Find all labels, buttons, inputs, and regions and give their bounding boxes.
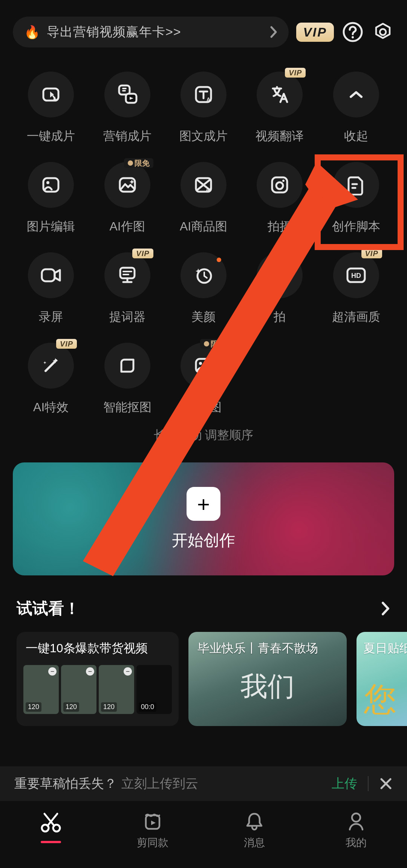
tool-text-video[interactable]: AI 图文成片 <box>165 72 242 145</box>
cloud-answer: 立刻上传到云 <box>121 775 198 792</box>
tool-label: 一键成片 <box>27 128 75 145</box>
notification-dot <box>217 258 221 262</box>
tool-label: 图片编辑 <box>27 218 75 235</box>
svg-point-15 <box>282 180 285 182</box>
nav-label: 我的 <box>346 836 367 850</box>
tool-screen-record[interactable]: 录屏 <box>13 252 89 325</box>
svg-rect-17 <box>120 268 135 278</box>
tool-ai-image[interactable]: 限免 AI作图 <box>89 162 165 235</box>
card-title: 一键10条爆款带货视频 <box>17 632 179 665</box>
bottom-nav: 剪同款 消息 我的 <box>0 801 407 868</box>
help-button[interactable] <box>341 21 364 43</box>
try-card-2[interactable]: 毕业快乐丨青春不散场 我们 <box>188 632 347 726</box>
nav-edit[interactable] <box>0 811 102 868</box>
tool-label: 智能抠图 <box>103 399 151 416</box>
svg-rect-13 <box>272 177 287 192</box>
tool-collapse[interactable]: 收起 <box>318 72 394 145</box>
chevron-up-icon <box>348 86 364 103</box>
vip-badge[interactable]: VIP <box>296 23 334 42</box>
settings-button[interactable] <box>372 21 394 43</box>
scissors-icon <box>39 811 63 834</box>
separator <box>368 776 369 791</box>
svg-text:HD: HD <box>207 367 214 373</box>
tool-label: AI特效 <box>33 399 69 416</box>
tool-one-click-video[interactable]: 一键成片 <box>13 72 89 145</box>
tool-shoot2[interactable]: 拍 <box>242 252 318 325</box>
svg-point-21 <box>281 273 283 275</box>
start-create-label: 开始创作 <box>172 530 235 551</box>
minus-icon: − <box>48 667 57 676</box>
try-more-button[interactable] <box>381 601 390 616</box>
svg-point-24 <box>122 359 124 360</box>
tool-shoot[interactable]: 拍摄 <box>242 162 318 235</box>
tool-ai-effects[interactable]: VIP AI特效 <box>13 343 89 416</box>
try-section: 试试看！ 一键10条爆款带货视频 −120 −120 −120 00:0 毕业快… <box>0 575 407 726</box>
try-card-row[interactable]: 一键10条爆款带货视频 −120 −120 −120 00:0 毕业快乐丨青春不… <box>17 632 390 726</box>
svg-point-28 <box>199 362 202 365</box>
start-create-banner[interactable]: + 开始创作 <box>13 462 394 575</box>
svg-point-20 <box>276 273 278 275</box>
tool-ai-product[interactable]: AI AI商品图 <box>165 162 242 235</box>
promo-banner[interactable]: 🔥 导出营销视频赢年卡>> <box>13 17 289 47</box>
ai-image-icon <box>117 174 138 195</box>
svg-rect-16 <box>42 269 55 281</box>
nav-messages[interactable]: 消息 <box>204 811 305 868</box>
vip-tag: VIP <box>56 339 77 349</box>
nav-mine[interactable]: 我的 <box>305 811 407 868</box>
tool-label: 视频翻译 <box>256 128 304 145</box>
cloud-upload-button[interactable]: 上传 <box>332 775 357 792</box>
tool-label: 拍 <box>274 309 286 325</box>
tool-beauty[interactable]: 美颜 <box>165 252 242 325</box>
wand-icon <box>40 355 61 376</box>
card-glyph: 您 <box>364 677 396 722</box>
tool-label: 图文成片 <box>179 128 228 145</box>
promo-text: 导出营销视频赢年卡>> <box>47 23 181 41</box>
chevron-right-icon <box>270 26 277 38</box>
svg-text:HD: HD <box>351 272 361 279</box>
face-icon <box>269 265 290 286</box>
tool-label: 拍摄 <box>268 218 292 235</box>
tool-video-translate[interactable]: VIP 视频翻译 <box>242 72 318 145</box>
camera-icon <box>269 174 290 195</box>
drag-hint: 长按拖动 调整顺序 <box>0 427 407 444</box>
try-title: 试试看！ <box>17 598 80 619</box>
svg-point-26 <box>129 359 130 360</box>
translate-icon <box>269 84 290 105</box>
tool-label: AI作图 <box>109 218 145 235</box>
tool-label: 提词器 <box>109 309 145 325</box>
svg-rect-10 <box>120 178 135 192</box>
tool-label: 美颜 <box>191 309 216 325</box>
plus-icon: + <box>187 487 220 521</box>
hd-icon: HD <box>345 266 367 284</box>
close-button[interactable] <box>379 777 393 790</box>
bell-icon <box>245 811 264 832</box>
tool-label: 录屏 <box>39 309 63 325</box>
tool-label: 营销成片 <box>103 128 151 145</box>
svg-point-25 <box>125 359 127 360</box>
nav-label: 消息 <box>244 836 265 850</box>
record-icon <box>40 266 62 284</box>
tool-label: 超清图 <box>185 399 222 416</box>
tool-image-edit[interactable]: 图片编辑 <box>13 162 89 235</box>
marketing-icon <box>116 83 139 106</box>
minus-icon: − <box>124 667 132 676</box>
tool-cutout[interactable]: 智能抠图 <box>89 343 165 416</box>
tool-hd-image[interactable]: 限免 HD 超清图 <box>165 343 242 416</box>
template-icon <box>142 811 163 832</box>
svg-point-14 <box>276 182 283 189</box>
try-card-1[interactable]: 一键10条爆款带货视频 −120 −120 −120 00:0 <box>17 632 179 726</box>
nav-same[interactable]: 剪同款 <box>102 811 204 868</box>
vip-tag: VIP <box>132 249 153 258</box>
teleprompter-icon <box>117 265 138 286</box>
tool-label: AI商品图 <box>180 218 227 235</box>
cloud-upload-bar: 重要草稿怕丢失？ 立刻上传到云 上传 <box>0 766 407 801</box>
limited-tag: 限免 <box>124 158 153 168</box>
image-edit-icon <box>40 174 61 195</box>
cloud-question: 重要草稿怕丢失？ <box>14 775 117 792</box>
svg-point-9 <box>46 181 49 184</box>
tool-hd-quality[interactable]: VIP HD 超清画质 <box>318 252 394 325</box>
tool-marketing-video[interactable]: 营销成片 <box>89 72 165 145</box>
tool-teleprompter[interactable]: VIP 提词器 <box>89 252 165 325</box>
limited-tag: 限免 <box>200 339 230 349</box>
try-card-3[interactable]: 夏日贴纸 您 <box>357 632 407 726</box>
